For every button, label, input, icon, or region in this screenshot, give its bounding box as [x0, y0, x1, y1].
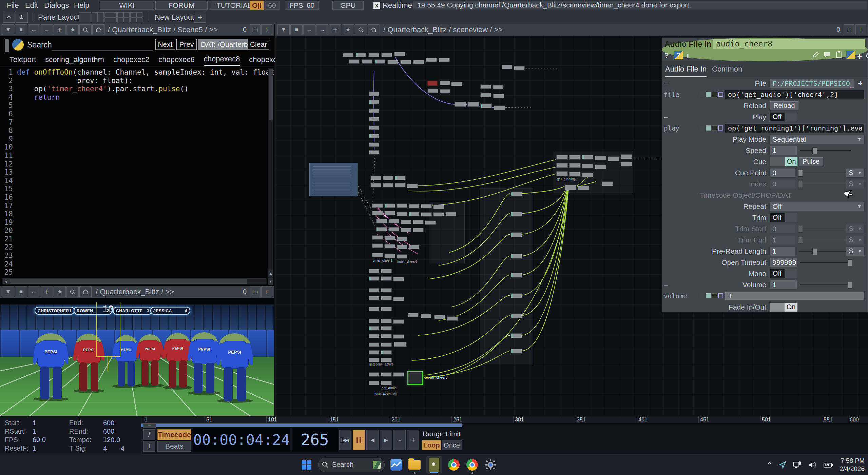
network-node[interactable]: [582, 173, 594, 177]
network-node[interactable]: [362, 59, 372, 64]
network-node[interactable]: [372, 235, 383, 240]
param-expression[interactable]: 1: [725, 292, 864, 300]
mode-chip[interactable]: [718, 293, 723, 298]
menu-file[interactable]: File: [7, 1, 19, 10]
split-pane-icon[interactable]: ↓: [261, 286, 272, 297]
tab-scoring_algorithm[interactable]: scoring_algorithm: [45, 55, 104, 65]
gpu-indicator[interactable]: GPU: [332, 1, 364, 10]
param-mode-chips[interactable]: [700, 125, 723, 131]
add-parameter-icon[interactable]: +: [857, 51, 862, 62]
network-node[interactable]: [372, 253, 383, 257]
network-node[interactable]: [595, 156, 606, 160]
file-explorer-icon[interactable]: [408, 458, 421, 472]
slider-handle[interactable]: [798, 170, 803, 177]
network-node[interactable]: [393, 372, 404, 377]
network-node[interactable]: [369, 150, 379, 155]
location-icon[interactable]: [778, 461, 787, 469]
network-node[interactable]: [376, 227, 387, 232]
network-node[interactable]: [376, 219, 387, 223]
network-node[interactable]: [621, 162, 632, 166]
collapse-pane-icon[interactable]: [3, 12, 15, 23]
network-node[interactable]: [578, 185, 590, 190]
param-value-field[interactable]: 0: [770, 180, 795, 189]
pause-button[interactable]: [353, 430, 365, 450]
split-pane-icon[interactable]: ↓: [855, 24, 866, 35]
pane-layout-hsplit[interactable]: [104, 12, 117, 22]
selected-node[interactable]: [407, 371, 423, 385]
back-arrow-icon[interactable]: ←: [303, 24, 315, 35]
network-node[interactable]: [569, 155, 581, 160]
tray-date[interactable]: 2/4/2026: [840, 465, 865, 473]
network-node[interactable]: [433, 212, 444, 217]
once-button[interactable]: Once: [442, 440, 462, 450]
network-node[interactable]: [556, 155, 568, 160]
frame-display[interactable]: 265: [292, 428, 338, 452]
bookmark-star-icon[interactable]: ★: [342, 24, 354, 35]
horizontal-scrollbar[interactable]: ◀: [2, 278, 267, 284]
help-icon[interactable]: ?: [664, 51, 669, 59]
network-node[interactable]: [480, 84, 491, 89]
pane-layout-vsplit[interactable]: [92, 12, 104, 22]
scrollbar-thumb[interactable]: [269, 69, 273, 120]
dat-scope-chip[interactable]: DAT: /Quarterb: [198, 39, 251, 50]
network-node[interactable]: [510, 293, 522, 298]
network-node[interactable]: [400, 60, 411, 64]
network-node[interactable]: [355, 53, 366, 57]
network-node[interactable]: [369, 100, 379, 104]
frame-increment-button[interactable]: +: [407, 430, 419, 450]
timeline-scroll-handle[interactable]: •••: [143, 424, 156, 428]
network-node[interactable]: [369, 108, 379, 113]
scroll-up-icon[interactable]: ▲: [268, 270, 273, 277]
pane-stop-icon[interactable]: ■: [290, 24, 303, 35]
param-value-field[interactable]: 0: [770, 224, 795, 233]
pane-menu-icon[interactable]: ▼: [2, 286, 14, 297]
mode-chip[interactable]: [718, 125, 723, 131]
touchdesigner-app-icon[interactable]: [426, 456, 442, 474]
viewport-breadcrumb[interactable]: / Quarterback_Blitz / >>: [96, 288, 174, 296]
network-node[interactable]: [413, 220, 424, 224]
pane-layout-4split[interactable]: [130, 12, 142, 22]
target-icon[interactable]: ◎: [866, 51, 868, 59]
param-toggle[interactable]: Off: [770, 113, 797, 121]
mode-chip[interactable]: [712, 293, 717, 298]
scroll-down-icon[interactable]: ▼: [268, 278, 273, 285]
network-node[interactable]: [369, 381, 380, 385]
param-value-field[interactable]: 1: [770, 247, 795, 256]
start-button[interactable]: [300, 458, 313, 472]
network-node[interactable]: [413, 60, 424, 64]
network-node[interactable]: [381, 342, 392, 347]
jump-to-start-button[interactable]: ◀◀: [339, 430, 351, 450]
menu-edit[interactable]: Edit: [25, 1, 38, 10]
param-expression[interactable]: op('get_running1')['running'].eva: [725, 124, 864, 133]
network-node[interactable]: [393, 334, 404, 339]
search-zoom-icon[interactable]: [66, 286, 79, 297]
anchor-icon[interactable]: [16, 12, 28, 23]
network-node[interactable]: [440, 81, 450, 85]
add-file-icon[interactable]: +: [856, 79, 864, 87]
tab-chopexec8[interactable]: chopexec8: [204, 55, 240, 66]
vertical-scrollbar[interactable]: [268, 68, 273, 278]
param-value-field[interactable]: 1: [770, 236, 795, 244]
network-node[interactable]: [369, 342, 380, 347]
forum-button[interactable]: FORUM: [155, 1, 208, 10]
network-node[interactable]: [369, 326, 380, 331]
back-arrow-icon[interactable]: ←: [28, 24, 40, 35]
mode-chip[interactable]: [712, 125, 717, 131]
network-node[interactable]: [409, 245, 420, 249]
frame-decrement-button[interactable]: -: [393, 430, 406, 450]
oi-toggle[interactable]: O|I: [250, 1, 264, 10]
param-slider[interactable]: [799, 229, 847, 229]
bookmark-star-icon[interactable]: ★: [66, 24, 79, 35]
network-node[interactable]: [381, 269, 392, 273]
tab-audio-file-in[interactable]: Audio File In: [665, 65, 707, 77]
settings-gear-icon[interactable]: [484, 458, 497, 472]
network-node[interactable]: [421, 314, 431, 318]
network-node[interactable]: [439, 58, 450, 62]
split-pane-icon[interactable]: ↓: [261, 24, 272, 35]
network-node[interactable]: [393, 277, 404, 281]
network-node[interactable]: [408, 313, 419, 317]
comment-icon[interactable]: [823, 51, 832, 59]
network-node[interactable]: [397, 245, 407, 249]
mode-chip[interactable]: [706, 92, 711, 97]
param-mode-chips[interactable]: [700, 293, 723, 298]
